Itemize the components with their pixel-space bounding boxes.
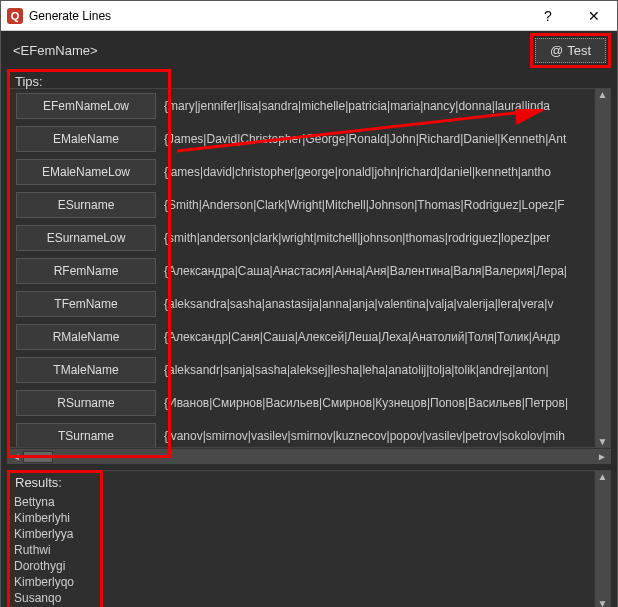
tip-row: TMaleName{aleksandr|sanja|sasha|aleksej|… <box>8 353 610 386</box>
tip-row: EMaleName{James|David|Christopher|George… <box>8 122 610 155</box>
tip-value: {James|David|Christopher|George|Ronald|J… <box>164 132 610 146</box>
tip-button-emalename[interactable]: EMaleName <box>16 126 156 152</box>
tip-button-rmalename[interactable]: RMaleName <box>16 324 156 350</box>
tip-row: EFemNameLow{mary|jennifer|lisa|sandra|mi… <box>8 89 610 122</box>
titlebar: Q Generate Lines ? ✕ <box>1 1 617 31</box>
tip-button-rsurname[interactable]: RSurname <box>16 390 156 416</box>
tip-button-tsurname[interactable]: TSurname <box>16 423 156 448</box>
tip-value: {ivanov|smirnov|vasilev|smirnov|kuznecov… <box>164 429 610 443</box>
results-label: Results: <box>13 475 97 490</box>
window: Q Generate Lines ? ✕ <EFemName> @ Test <box>0 0 618 607</box>
tip-value: {aleksandr|sanja|sasha|aleksej|lesha|leh… <box>164 363 610 377</box>
tip-value: {Smith|Anderson|Clark|Wright|Mitchell|Jo… <box>164 198 610 212</box>
tip-button-rfemname[interactable]: RFemName <box>16 258 156 284</box>
tip-row: TSurname{ivanov|smirnov|vasilev|smirnov|… <box>8 419 610 447</box>
scroll-up-icon[interactable]: ▲ <box>598 89 608 100</box>
top-row: <EFemName> @ Test <box>7 35 611 65</box>
tip-value: {Александр|Саня|Саша|Алексей|Леша|Леха|А… <box>164 330 610 344</box>
results-area: Results: . BettynaKimberlyhiKimberlyyaRu… <box>7 464 611 607</box>
tips-list: EFemNameLow{mary|jennifer|lisa|sandra|mi… <box>7 88 611 448</box>
at-icon: @ <box>550 43 563 58</box>
tip-button-esurnamelow[interactable]: ESurnameLow <box>16 225 156 251</box>
tip-button-tmalename[interactable]: TMaleName <box>16 357 156 383</box>
pattern-input[interactable]: <EFemName> <box>7 39 524 62</box>
tip-value: {smith|anderson|clark|wright|mitchell|jo… <box>164 231 610 245</box>
tip-row: ESurnameLow{smith|anderson|clark|wright|… <box>8 221 610 254</box>
app-icon: Q <box>7 8 23 24</box>
tip-row: EMaleNameLow{james|david|christopher|geo… <box>8 155 610 188</box>
client-area: <EFemName> @ Test Tips: <box>1 31 617 607</box>
tip-row: RSurname{Иванов|Смирнов|Васильев|Смирнов… <box>8 386 610 419</box>
tip-value: {aleksandra|sasha|anastasija|anna|anja|v… <box>164 297 610 311</box>
scroll-up-icon[interactable]: ▲ <box>598 471 608 482</box>
scroll-right-icon[interactable]: ► <box>593 451 611 462</box>
tip-value: {Александра|Саша|Анастасия|Анна|Аня|Вале… <box>164 264 610 278</box>
help-button[interactable]: ? <box>525 1 571 31</box>
content-area: Tips: . EFemNameLow{mary|jennifer|lisa|s… <box>7 69 611 464</box>
tips-label: Tips: <box>13 74 165 89</box>
tip-button-esurname[interactable]: ESurname <box>16 192 156 218</box>
tips-vertical-scrollbar[interactable]: ▲ ▼ <box>594 89 610 447</box>
tip-row: ESurname{Smith|Anderson|Clark|Wright|Mit… <box>8 188 610 221</box>
tip-button-emalenamelow[interactable]: EMaleNameLow <box>16 159 156 185</box>
scroll-down-icon[interactable]: ▼ <box>598 598 608 607</box>
tip-row: TFemName{aleksandra|sasha|anastasija|ann… <box>8 287 610 320</box>
results-vertical-scrollbar[interactable]: ▲ ▼ <box>594 471 610 607</box>
window-title: Generate Lines <box>29 9 525 23</box>
tip-button-efemnamelow[interactable]: EFemNameLow <box>16 93 156 119</box>
test-button[interactable]: @ Test <box>535 38 606 63</box>
tip-value: {james|david|christopher|george|ronald|j… <box>164 165 610 179</box>
close-button[interactable]: ✕ <box>571 1 617 31</box>
results-highlight-frame: Results: <box>7 470 103 607</box>
tip-row: RFemName{Александра|Саша|Анастасия|Анна|… <box>8 254 610 287</box>
tip-value: {Иванов|Смирнов|Васильев|Смирнов|Кузнецо… <box>164 396 610 410</box>
test-button-highlight: @ Test <box>530 33 611 68</box>
tip-value: {mary|jennifer|lisa|sandra|michelle|patr… <box>164 99 610 113</box>
test-button-label: Test <box>567 43 591 58</box>
tip-button-tfemname[interactable]: TFemName <box>16 291 156 317</box>
scroll-down-icon[interactable]: ▼ <box>598 436 608 447</box>
tip-row: RMaleName{Александр|Саня|Саша|Алексей|Ле… <box>8 320 610 353</box>
